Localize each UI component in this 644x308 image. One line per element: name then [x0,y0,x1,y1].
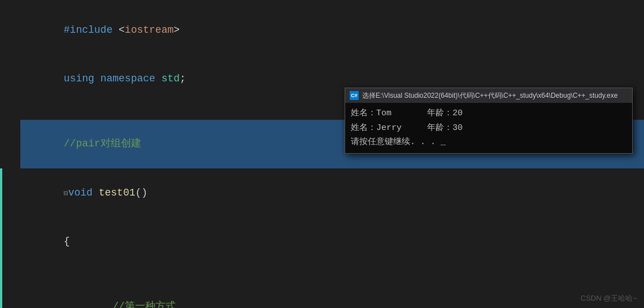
watermark: CSDN @王哈哈~ [581,293,637,303]
code-line-1: #include <iostream> [0,6,644,54]
collapse-icon: ⊟ [64,189,68,198]
console-line-2: 姓名：Jerry 年龄：30 [351,121,626,136]
code-editor: #include <iostream> using namespace std;… [0,0,644,308]
code-line-8: //第一种方式 [0,283,644,308]
console-line-1: 姓名：Tom 年龄：20 [351,106,626,121]
code-text: #include <iostream> [20,6,644,54]
code-text: { [20,217,644,266]
code-text: //第一种方式 [20,283,644,308]
code-line-7 [0,266,644,283]
code-line-5: ⊟void test01() [0,168,644,217]
console-title-text: 选择E:\Visual Studio2022(64bit)\代码\C++代码\C… [362,91,617,101]
code-text: ⊟void test01() [20,168,644,217]
keyword-include: #include [64,24,112,36]
console-title-bar: C# 选择E:\Visual Studio2022(64bit)\代码\C++代… [345,88,632,103]
name-jerry: Jerry [376,123,402,133]
console-app-icon: C# [350,91,359,100]
name-tom: Tom [376,109,391,118]
console-window: C# 选择E:\Visual Studio2022(64bit)\代码\C++代… [345,88,633,154]
console-line-3: 请按任意键继续. . . _ [351,135,626,150]
console-output: 姓名：Tom 年龄：20 姓名：Jerry 年龄：30 请按任意键继续. . .… [345,103,632,153]
code-line-6: { [0,217,644,266]
